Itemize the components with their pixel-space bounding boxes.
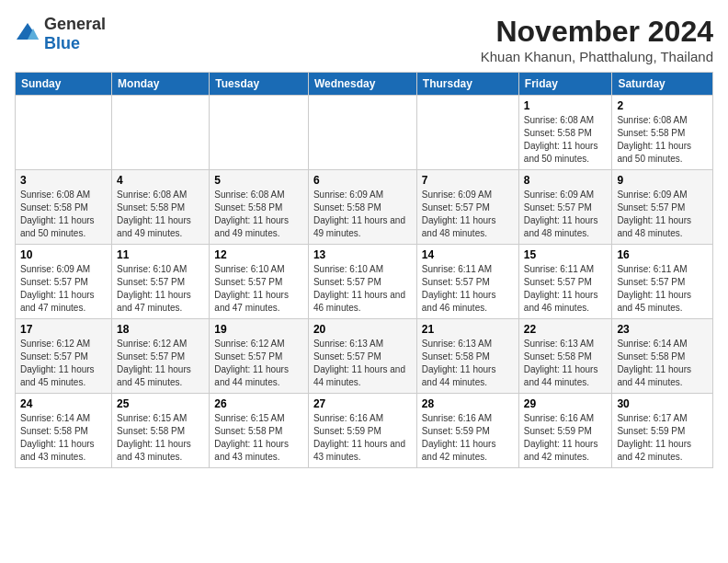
day-number: 20 [313,323,412,336]
day-number: 11 [117,248,204,261]
day-number: 6 [313,174,412,187]
calendar-cell: 3Sunrise: 6:08 AM Sunset: 5:58 PM Daylig… [16,170,112,245]
day-info: Sunrise: 6:10 AM Sunset: 5:57 PM Dayligh… [214,263,303,315]
day-number: 27 [313,397,412,410]
calendar-cell: 11Sunrise: 6:10 AM Sunset: 5:57 PM Dayli… [112,245,210,319]
calendar-cell [416,96,518,170]
day-info: Sunrise: 6:08 AM Sunset: 5:58 PM Dayligh… [214,189,303,240]
day-info: Sunrise: 6:10 AM Sunset: 5:57 PM Dayligh… [117,263,204,315]
day-info: Sunrise: 6:09 AM Sunset: 5:58 PM Dayligh… [313,189,412,240]
logo-text-general: General [44,15,106,33]
day-number: 4 [117,174,204,187]
day-number: 10 [20,248,107,261]
day-number: 7 [422,174,514,187]
day-header-saturday: Saturday [612,73,713,96]
day-header-thursday: Thursday [416,73,518,96]
day-header-monday: Monday [112,73,210,96]
day-info: Sunrise: 6:08 AM Sunset: 5:58 PM Dayligh… [524,114,608,166]
day-info: Sunrise: 6:09 AM Sunset: 5:57 PM Dayligh… [524,189,608,240]
calendar-table: SundayMondayTuesdayWednesdayThursdayFrid… [15,72,713,468]
day-info: Sunrise: 6:14 AM Sunset: 5:58 PM Dayligh… [617,338,708,389]
day-number: 22 [524,323,608,336]
day-number: 23 [617,323,708,336]
day-number: 28 [422,397,514,410]
day-info: Sunrise: 6:16 AM Sunset: 5:59 PM Dayligh… [313,412,412,464]
calendar-cell [308,96,416,170]
calendar-cell: 15Sunrise: 6:11 AM Sunset: 5:57 PM Dayli… [518,245,612,319]
day-info: Sunrise: 6:11 AM Sunset: 5:57 PM Dayligh… [524,263,608,315]
calendar-cell: 9Sunrise: 6:09 AM Sunset: 5:57 PM Daylig… [612,170,713,245]
day-info: Sunrise: 6:12 AM Sunset: 5:57 PM Dayligh… [214,338,303,389]
day-number: 2 [617,99,708,112]
subtitle: Khuan Khanun, Phatthalung, Thailand [481,49,713,64]
day-info: Sunrise: 6:08 AM Sunset: 5:58 PM Dayligh… [617,114,708,166]
day-number: 30 [617,397,708,410]
calendar-cell: 22Sunrise: 6:13 AM Sunset: 5:58 PM Dayli… [518,319,612,394]
calendar-week-row: 17Sunrise: 6:12 AM Sunset: 5:57 PM Dayli… [16,319,713,394]
day-info: Sunrise: 6:13 AM Sunset: 5:58 PM Dayligh… [422,338,514,389]
calendar-cell: 16Sunrise: 6:11 AM Sunset: 5:57 PM Dayli… [612,245,713,319]
day-info: Sunrise: 6:17 AM Sunset: 5:59 PM Dayligh… [617,412,708,464]
day-info: Sunrise: 6:14 AM Sunset: 5:58 PM Dayligh… [20,412,107,464]
calendar-cell: 5Sunrise: 6:08 AM Sunset: 5:58 PM Daylig… [210,170,309,245]
day-header-friday: Friday [518,73,612,96]
day-info: Sunrise: 6:16 AM Sunset: 5:59 PM Dayligh… [524,412,608,464]
calendar-cell: 19Sunrise: 6:12 AM Sunset: 5:57 PM Dayli… [210,319,309,394]
calendar-cell: 29Sunrise: 6:16 AM Sunset: 5:59 PM Dayli… [518,394,612,468]
day-number: 21 [422,323,514,336]
day-number: 14 [422,248,514,261]
calendar-cell: 10Sunrise: 6:09 AM Sunset: 5:57 PM Dayli… [16,245,112,319]
day-info: Sunrise: 6:12 AM Sunset: 5:57 PM Dayligh… [20,338,107,389]
calendar-cell: 27Sunrise: 6:16 AM Sunset: 5:59 PM Dayli… [308,394,416,468]
page-header: General Blue November 2024 Khuan Khanun,… [15,15,713,64]
calendar-cell: 20Sunrise: 6:13 AM Sunset: 5:57 PM Dayli… [308,319,416,394]
day-number: 17 [20,323,107,336]
day-number: 12 [214,248,303,261]
day-number: 5 [214,174,303,187]
calendar-cell: 30Sunrise: 6:17 AM Sunset: 5:59 PM Dayli… [612,394,713,468]
day-number: 13 [313,248,412,261]
title-block: November 2024 Khuan Khanun, Phatthalung,… [481,15,713,64]
calendar-cell: 8Sunrise: 6:09 AM Sunset: 5:57 PM Daylig… [518,170,612,245]
day-number: 26 [214,397,303,410]
logo-text-blue: Blue [44,34,80,52]
day-info: Sunrise: 6:15 AM Sunset: 5:58 PM Dayligh… [117,412,204,464]
day-info: Sunrise: 6:08 AM Sunset: 5:58 PM Dayligh… [20,189,107,240]
day-info: Sunrise: 6:11 AM Sunset: 5:57 PM Dayligh… [422,263,514,315]
calendar-cell: 14Sunrise: 6:11 AM Sunset: 5:57 PM Dayli… [416,245,518,319]
day-info: Sunrise: 6:12 AM Sunset: 5:57 PM Dayligh… [117,338,204,389]
calendar-cell: 24Sunrise: 6:14 AM Sunset: 5:58 PM Dayli… [16,394,112,468]
calendar-cell [210,96,309,170]
day-number: 8 [524,174,608,187]
calendar-cell: 25Sunrise: 6:15 AM Sunset: 5:58 PM Dayli… [112,394,210,468]
day-number: 24 [20,397,107,410]
day-number: 29 [524,397,608,410]
day-number: 18 [117,323,204,336]
calendar-cell: 12Sunrise: 6:10 AM Sunset: 5:57 PM Dayli… [210,245,309,319]
calendar-cell: 1Sunrise: 6:08 AM Sunset: 5:58 PM Daylig… [518,96,612,170]
day-info: Sunrise: 6:11 AM Sunset: 5:57 PM Dayligh… [617,263,708,315]
day-header-tuesday: Tuesday [210,73,309,96]
day-info: Sunrise: 6:13 AM Sunset: 5:58 PM Dayligh… [524,338,608,389]
calendar-cell: 17Sunrise: 6:12 AM Sunset: 5:57 PM Dayli… [16,319,112,394]
calendar-cell: 23Sunrise: 6:14 AM Sunset: 5:58 PM Dayli… [612,319,713,394]
day-info: Sunrise: 6:15 AM Sunset: 5:58 PM Dayligh… [214,412,303,464]
calendar-cell: 4Sunrise: 6:08 AM Sunset: 5:58 PM Daylig… [112,170,210,245]
calendar-cell: 21Sunrise: 6:13 AM Sunset: 5:58 PM Dayli… [416,319,518,394]
day-number: 9 [617,174,708,187]
calendar-week-row: 3Sunrise: 6:08 AM Sunset: 5:58 PM Daylig… [16,170,713,245]
calendar-cell: 13Sunrise: 6:10 AM Sunset: 5:57 PM Dayli… [308,245,416,319]
calendar-week-row: 24Sunrise: 6:14 AM Sunset: 5:58 PM Dayli… [16,394,713,468]
day-info: Sunrise: 6:10 AM Sunset: 5:57 PM Dayligh… [313,263,412,315]
calendar-cell [112,96,210,170]
day-number: 1 [524,99,608,112]
day-info: Sunrise: 6:09 AM Sunset: 5:57 PM Dayligh… [20,263,107,315]
main-title: November 2024 [481,15,713,49]
calendar-cell: 18Sunrise: 6:12 AM Sunset: 5:57 PM Dayli… [112,319,210,394]
calendar-week-row: 10Sunrise: 6:09 AM Sunset: 5:57 PM Dayli… [16,245,713,319]
day-number: 15 [524,248,608,261]
logo: General Blue [15,15,106,53]
day-info: Sunrise: 6:13 AM Sunset: 5:57 PM Dayligh… [313,338,412,389]
calendar-cell: 2Sunrise: 6:08 AM Sunset: 5:58 PM Daylig… [612,96,713,170]
day-info: Sunrise: 6:16 AM Sunset: 5:59 PM Dayligh… [422,412,514,464]
